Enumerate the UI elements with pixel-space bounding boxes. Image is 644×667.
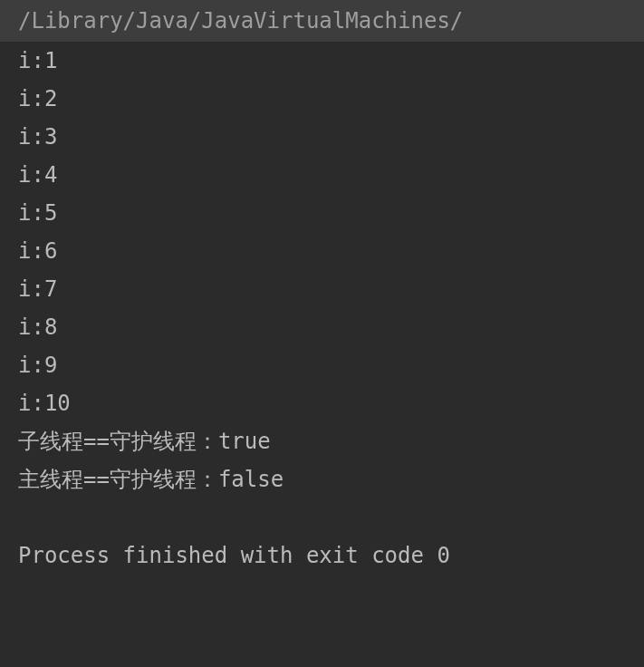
output-line: i:10 [0,384,644,422]
output-line: i:3 [0,118,644,156]
output-line: i:7 [0,270,644,308]
output-line: i:8 [0,308,644,346]
output-line: i:1 [0,42,644,80]
output-line: 子线程==守护线程：true [0,422,644,460]
output-line: 主线程==守护线程：false [0,460,644,498]
output-line: i:5 [0,194,644,232]
console-output: /Library/Java/JavaVirtualMachines/ i:1 i… [0,0,644,575]
output-line: i:6 [0,232,644,270]
blank-line [0,498,644,536]
output-line: i:4 [0,156,644,194]
output-line: i:9 [0,346,644,384]
java-path: /Library/Java/JavaVirtualMachines/ [0,0,644,42]
exit-message: Process finished with exit code 0 [0,536,644,575]
output-line: i:2 [0,80,644,118]
